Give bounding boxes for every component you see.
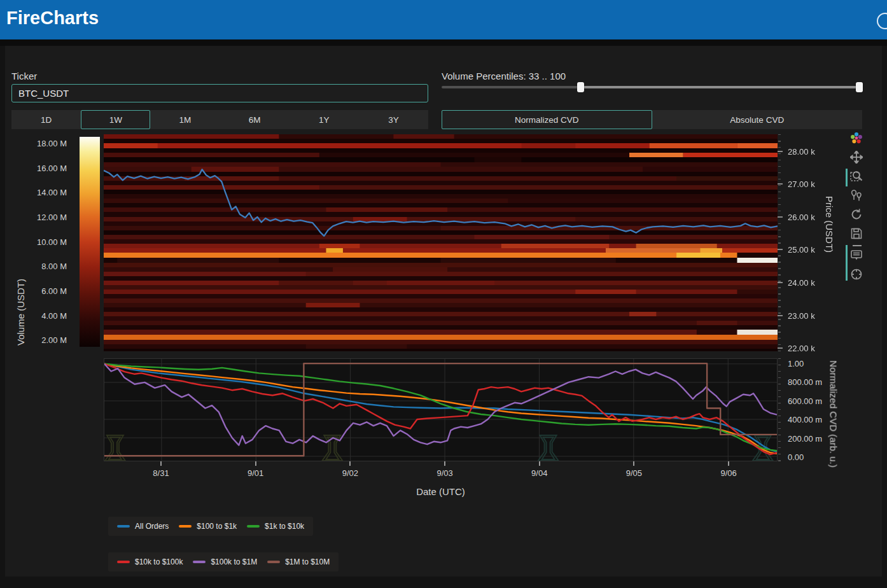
x-tick-label: 9/02 <box>342 468 358 478</box>
slider-handle-high[interactable] <box>856 82 863 92</box>
legend-swatch <box>117 525 130 528</box>
cvd-tick-label: 400.00 m <box>788 415 822 424</box>
firecharts-app: FireCharts Ticker 1D1W1M6M1Y3Y Volume Pe… <box>0 0 887 588</box>
price-tick-label: 24.00 k <box>788 278 815 288</box>
legend-item--100k-to-1m[interactable]: $100k to $1M <box>193 557 257 566</box>
cvd-tick-label: 1.00 <box>788 359 804 368</box>
price-tick-label: 28.00 k <box>788 147 815 157</box>
cvd-tick-label: 200.00 m <box>788 434 822 444</box>
volume-tick-label: 2.00 M <box>41 335 67 345</box>
app-title: FireCharts <box>6 8 99 29</box>
legend-swatch <box>179 525 192 528</box>
slider-handle-low[interactable] <box>577 82 584 92</box>
x-tick-label: 9/06 <box>720 468 736 478</box>
x-major-tick <box>633 461 634 466</box>
legend-item--1m-to-10m[interactable]: $1M to $10M <box>267 557 330 566</box>
reset-axes-icon[interactable] <box>849 207 864 222</box>
volume-tick-label: 16.00 M <box>37 164 67 173</box>
volume-tick-label: 8.00 M <box>41 262 67 271</box>
price-axis-title: Price (USDT) <box>824 161 835 288</box>
price-major-tick <box>778 347 783 349</box>
timeframe-button-1m[interactable]: 1M <box>150 110 220 129</box>
cvd-mode-button-normalized-cvd[interactable]: Normalized CVD <box>442 110 652 129</box>
price-major-tick <box>778 183 783 185</box>
volume-tick-label: 6.00 M <box>41 286 67 296</box>
watermark-flame-icon <box>538 435 559 461</box>
x-tick-label: 9/04 <box>531 468 547 478</box>
price-major-tick <box>778 151 783 152</box>
volume-tick-label: 14.00 M <box>37 188 67 197</box>
cvd-lines <box>104 359 777 461</box>
price-major-tick <box>778 249 783 250</box>
price-line <box>104 169 778 236</box>
legend-label: $100 to $1k <box>197 522 237 531</box>
volume-tick-label: 18.00 M <box>37 139 67 148</box>
volume-tick-label: 4.00 M <box>41 311 67 321</box>
x-major-tick <box>349 461 351 466</box>
x-major-tick <box>255 461 256 466</box>
box-zoom-icon[interactable] <box>849 169 864 184</box>
legend-swatch <box>193 561 206 563</box>
legend-row-1: All Orders$100 to $1k$1k to $10k <box>108 517 313 536</box>
cvd-axis-tick-strip <box>778 358 781 461</box>
volume-percentile-slider[interactable] <box>442 82 862 92</box>
ticker-label: Ticker <box>11 71 37 81</box>
hover-compare-icon[interactable] <box>849 188 864 203</box>
cvd-mode-button-group: Normalized CVDAbsolute CVD <box>442 110 862 129</box>
timeframe-button-6m[interactable]: 6M <box>220 110 290 129</box>
x-major-tick <box>539 461 540 466</box>
active-tool-indicator <box>846 245 848 281</box>
header-divider <box>0 39 887 46</box>
cvd-tick-label: 0.00 <box>788 452 804 462</box>
price-tick-label: 22.00 k <box>788 344 815 353</box>
help-icon[interactable] <box>877 13 887 29</box>
volume-heatmap-plot[interactable] <box>104 134 778 351</box>
price-line-overlay <box>104 134 778 351</box>
timeframe-button-1y[interactable]: 1Y <box>290 110 359 129</box>
price-axis-tick-strip <box>778 134 781 351</box>
volume-tick-label: 12.00 M <box>37 213 67 222</box>
annotations-icon[interactable] <box>849 248 864 263</box>
timeframe-button-3y[interactable]: 3Y <box>359 110 428 129</box>
cvd-axis-title: Normalized CVD (arb. u.) <box>828 338 839 491</box>
crosshair-icon[interactable] <box>849 267 864 282</box>
price-tick-label: 27.00 k <box>788 179 815 189</box>
timeframe-button-1w[interactable]: 1W <box>81 110 150 129</box>
timeframe-button-group: 1D1W1M6M1Y3Y <box>11 110 428 129</box>
active-tool-indicator <box>846 169 848 186</box>
legend-row-2: $10k to $100k$100k to $1M$1M to $10M <box>108 552 339 571</box>
plotly-logo-icon[interactable] <box>849 130 864 146</box>
ticker-input[interactable] <box>11 84 428 102</box>
cvd-tick-label: 800.00 m <box>788 377 822 387</box>
price-tick-label: 23.00 k <box>788 311 815 321</box>
legend-item--100-to-1k[interactable]: $100 to $1k <box>179 522 237 531</box>
price-major-tick <box>778 216 783 218</box>
x-axis-title: Date (UTC) <box>104 486 778 497</box>
legend-swatch <box>117 561 130 563</box>
legend-item--10k-to-100k[interactable]: $10k to $100k <box>117 557 183 566</box>
x-axis-tick-labels: 8/319/019/029/039/049/059/06 <box>104 468 778 479</box>
cvd-line-plot[interactable] <box>104 358 778 461</box>
cvd-mode-button-absolute-cvd[interactable]: Absolute CVD <box>652 110 863 129</box>
header: FireCharts <box>0 0 887 39</box>
price-major-tick <box>778 315 783 316</box>
timeframe-button-1d[interactable]: 1D <box>11 110 81 129</box>
legend-label: $1k to $10k <box>265 522 304 531</box>
price-tick-label: 26.00 k <box>788 213 815 222</box>
pan-icon[interactable] <box>849 150 864 165</box>
plot-modebar <box>849 130 865 286</box>
legend-label: $10k to $100k <box>135 557 183 566</box>
x-major-tick <box>444 461 445 466</box>
price-major-tick <box>778 282 783 283</box>
legend-label: $100k to $1M <box>211 557 257 566</box>
legend-item-all-orders[interactable]: All Orders <box>117 522 169 531</box>
legend-label: All Orders <box>135 522 169 531</box>
volume-percentiles-label: Volume Percentiles: 33 .. 100 <box>442 71 566 81</box>
save-icon[interactable] <box>849 226 864 241</box>
watermark-flame-icon <box>105 435 125 461</box>
legend-item--1k-to-10k[interactable]: $1k to $10k <box>247 522 304 531</box>
slider-selected-range[interactable] <box>580 86 857 88</box>
legend-swatch <box>247 525 260 528</box>
x-tick-label: 9/05 <box>626 468 642 478</box>
x-tick-label: 9/03 <box>437 468 452 478</box>
